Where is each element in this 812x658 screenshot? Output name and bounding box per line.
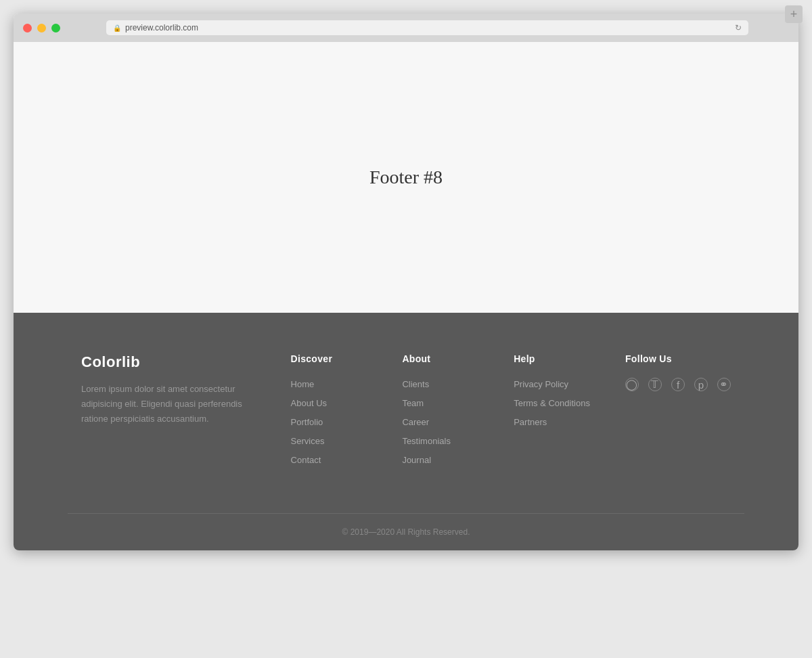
list-item: Team	[402, 397, 487, 409]
discover-links: Home About Us Portfolio Services Contact	[291, 378, 376, 466]
list-item: Journal	[402, 454, 487, 466]
partners-link[interactable]: Partners	[514, 417, 547, 427]
privacy-policy-link[interactable]: Privacy Policy	[514, 379, 568, 389]
help-col-title: Help	[514, 353, 598, 364]
minimize-button[interactable]	[37, 24, 46, 32]
list-item: Terms & Conditions	[514, 397, 598, 409]
journal-link[interactable]: Journal	[402, 455, 431, 465]
footer-copyright: © 2019—2020 All Rights Reserved.	[14, 514, 798, 550]
team-link[interactable]: Team	[402, 398, 424, 408]
browser-window: 🔒 preview.colorlib.com ↻ + Footer #8 Col…	[14, 14, 798, 550]
footer: Colorlib Lorem ipsum dolor sit amet cons…	[14, 313, 798, 550]
close-button[interactable]	[23, 24, 32, 32]
social-icons: ◯ 𝕋 f p ⚭	[625, 378, 731, 391]
lock-icon: 🔒	[113, 24, 121, 32]
career-link[interactable]: Career	[402, 417, 429, 427]
testimonials-link[interactable]: Testimonials	[402, 436, 451, 446]
footer-col-help: Help Privacy Policy Terms & Conditions P…	[514, 353, 598, 473]
page-title: Footer #8	[369, 167, 443, 188]
list-item: About Us	[291, 397, 376, 409]
address-bar[interactable]: 🔒 preview.colorlib.com ↻	[106, 20, 748, 35]
refresh-icon[interactable]: ↻	[735, 23, 742, 32]
list-item: Privacy Policy	[514, 378, 598, 390]
portfolio-link[interactable]: Portfolio	[291, 417, 323, 427]
discover-col-title: Discover	[291, 353, 376, 364]
follow-col-title: Follow Us	[625, 353, 731, 364]
about-col-title: About	[402, 353, 487, 364]
url-text: preview.colorlib.com	[125, 23, 198, 32]
list-item: Home	[291, 378, 376, 390]
pinterest-icon[interactable]: p	[694, 378, 708, 391]
footer-brand: Colorlib Lorem ipsum dolor sit amet cons…	[81, 353, 264, 473]
terms-conditions-link[interactable]: Terms & Conditions	[514, 398, 590, 408]
clients-link[interactable]: Clients	[402, 379, 429, 389]
footer-inner: Colorlib Lorem ipsum dolor sit amet cons…	[68, 353, 744, 513]
footer-col-discover: Discover Home About Us Portfolio Service…	[291, 353, 376, 473]
list-item: Testimonials	[402, 435, 487, 447]
dribbble-icon[interactable]: ⚭	[717, 378, 731, 391]
twitter-icon[interactable]: 𝕋	[648, 378, 662, 391]
footer-col-about: About Clients Team Career Testimonials J…	[402, 353, 487, 473]
home-link[interactable]: Home	[291, 379, 315, 389]
browser-titlebar: 🔒 preview.colorlib.com ↻ +	[14, 14, 798, 42]
about-us-link[interactable]: About Us	[291, 398, 327, 408]
maximize-button[interactable]	[51, 24, 60, 32]
list-item: Services	[291, 435, 376, 447]
footer-col-follow: Follow Us ◯ 𝕋 f p ⚭	[625, 353, 731, 473]
new-tab-button[interactable]: +	[785, 14, 798, 23]
list-item: Partners	[514, 416, 598, 428]
services-link[interactable]: Services	[291, 436, 325, 446]
contact-link[interactable]: Contact	[291, 455, 321, 465]
list-item: Clients	[402, 378, 487, 390]
list-item: Contact	[291, 454, 376, 466]
instagram-icon[interactable]: ◯	[625, 378, 639, 391]
list-item: Portfolio	[291, 416, 376, 428]
help-links: Privacy Policy Terms & Conditions Partne…	[514, 378, 598, 428]
facebook-icon[interactable]: f	[671, 378, 685, 391]
page-content: Footer #8	[14, 42, 798, 313]
about-links: Clients Team Career Testimonials Journal	[402, 378, 487, 466]
brand-name: Colorlib	[81, 353, 250, 371]
brand-description: Lorem ipsum dolor sit amet consectetur a…	[81, 382, 250, 426]
list-item: Career	[402, 416, 487, 428]
